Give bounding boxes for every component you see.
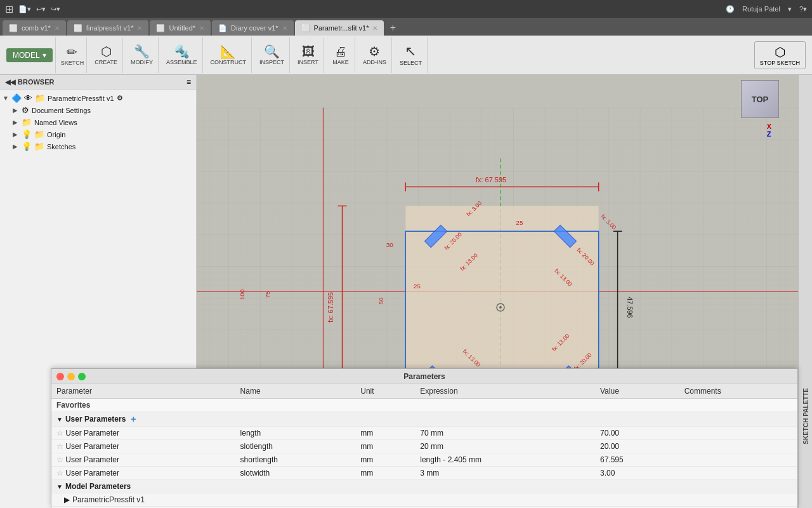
add-tab-btn[interactable]: + [385, 20, 400, 36]
param-name-shortlength: shortlength [235, 453, 356, 467]
construct-icon: 📐 [220, 45, 236, 58]
insert-btn[interactable]: 🖼 INSERT [295, 44, 321, 67]
param-row-shortlength[interactable]: ☆ User Parameter shortlength mm length -… [51, 453, 797, 467]
param-expr-slotlength[interactable]: 20 mm [415, 440, 595, 453]
svg-text:fx: 13.00: fx: 13.00 [459, 252, 478, 272]
model-param-row-pressfit[interactable]: ▶ ParametricPressfit v1 [51, 493, 797, 507]
x-axis-label: X [767, 123, 771, 130]
favorites-row: Favorites [51, 399, 797, 412]
tree-named-views[interactable]: ▶ 📁 Named Views [0, 116, 196, 128]
param-row-length[interactable]: ☆ User Parameter length mm 70 mm 70.00 [51, 427, 797, 440]
pressfit-label: ParametricPressfit v1 [72, 495, 145, 504]
orientation-cube[interactable]: TOP [741, 80, 779, 118]
param-comment-slotlength [679, 440, 797, 453]
tab-diary[interactable]: 📄 Diary cover v1* ✕ [212, 20, 294, 36]
svg-text:47.596: 47.596 [626, 297, 634, 318]
addins-btn[interactable]: ⚙ ADD-INS [360, 44, 389, 67]
select-btn[interactable]: ↖ SELECT [397, 43, 424, 67]
construct-label: CONSTRUCT [211, 59, 247, 65]
param-expr-slotwidth[interactable]: 3 mm [415, 467, 595, 480]
tab-label: finalpressfit v1* [86, 24, 134, 32]
inspect-btn[interactable]: 🔍 INSPECT [257, 44, 287, 67]
modify-group: 🔧 MODIFY [126, 37, 159, 73]
tabs-bar: ⬜ comb v1* ✕ ⬜ finalpressfit v1* ✕ ⬜ Unt… [0, 18, 812, 36]
user-params-section[interactable]: ▼ User Parameters + [51, 412, 797, 427]
params-maximize-btn[interactable] [78, 373, 86, 380]
tab-parametric[interactable]: ⬜ Parametr...sfit v1* ✕ [295, 20, 384, 36]
tab-comb[interactable]: ⬜ comb v1* ✕ [3, 20, 66, 36]
sketch-btn[interactable]: ✏ [61, 44, 84, 60]
params-title: Parameters [403, 372, 445, 381]
pressfit-arrow: ▶ [64, 495, 70, 504]
stop-sketch-btn[interactable]: ⬡ STOP SKETCH [754, 41, 806, 69]
user-dropdown-icon[interactable]: ▾ [788, 5, 792, 13]
add-param-btn[interactable]: + [128, 414, 138, 424]
tab-icon: ⬜ [156, 24, 165, 32]
model-label: MODEL [13, 51, 40, 60]
col-name: Name [235, 384, 356, 399]
stop-sketch-icon: ⬡ [775, 44, 785, 60]
assemble-btn[interactable]: 🔩 ASSEMBLE [164, 44, 200, 67]
browser-collapse-icon[interactable]: ◀◀ [5, 78, 15, 86]
param-val-slotwidth: 3.00 [595, 467, 679, 480]
app-grid-icon[interactable]: ⊞ [5, 3, 13, 15]
model-params-title: Model Parameters [65, 482, 131, 491]
browser-title: ◀◀ BROWSER [5, 78, 54, 86]
svg-point-24 [499, 306, 502, 309]
model-params-label: ▼ Model Parameters [51, 480, 797, 493]
named-views-folder-icon: 📁 [22, 117, 32, 127]
root-settings-icon[interactable]: ⚙ [117, 94, 123, 102]
user-name[interactable]: Rutuja Patel [742, 5, 780, 13]
create-btn[interactable]: ⬡ CREATE [92, 44, 120, 67]
param-expr-length[interactable]: 70 mm [415, 427, 595, 440]
tree-root[interactable]: ▼ 🔷 👁 📁 ParametricPressfit v1 ⚙ [0, 92, 196, 104]
undo-btn[interactable]: ↩▾ [36, 5, 46, 13]
model-params-section[interactable]: ▼ Model Parameters [51, 480, 797, 493]
star-slotlength[interactable]: ☆ [56, 442, 63, 451]
model-dropdown-icon: ▾ [43, 51, 46, 60]
make-btn[interactable]: 🖨 MAKE [329, 44, 352, 67]
sketch-icon: ✏ [67, 46, 77, 58]
browser-options-icon[interactable]: ≡ [187, 77, 191, 86]
svg-text:fx: 13.00: fx: 13.00 [553, 267, 573, 287]
stop-sketch-label: STOP SKETCH [760, 60, 800, 66]
param-row-slotwidth[interactable]: ☆ User Parameter slotwidth mm 3 mm 3.00 [51, 467, 797, 480]
star-slotwidth[interactable]: ☆ [56, 469, 63, 478]
root-icon: 🔷 [11, 93, 22, 103]
svg-text:fx: 3.00: fx: 3.00 [599, 213, 617, 231]
file-menu[interactable]: 📄▾ [18, 5, 31, 13]
param-name-slotwidth: slotwidth [235, 467, 356, 480]
tab-untitled[interactable]: ⬜ Untitled* ✕ [150, 20, 211, 36]
star-length[interactable]: ☆ [56, 429, 63, 438]
user-params-title: User Parameters [65, 415, 126, 424]
right-panel: SKETCH PALETTE [798, 75, 812, 508]
modify-btn[interactable]: 🔧 MODIFY [128, 44, 155, 67]
construct-btn[interactable]: 📐 CONSTRUCT [208, 44, 249, 67]
param-expr-shortlength[interactable]: length - 2.405 mm [415, 453, 595, 467]
help-icon[interactable]: ?▾ [799, 5, 807, 13]
named-views-arrow: ▶ [13, 119, 22, 126]
tree-sketches[interactable]: ▶ 💡 📁 Sketches [0, 140, 196, 152]
tab-close-finalpressfit[interactable]: ✕ [137, 25, 142, 32]
window-buttons [56, 373, 86, 380]
tab-label: Diary cover v1* [231, 24, 278, 32]
tab-close-comb[interactable]: ✕ [55, 25, 60, 32]
tab-close-parametric[interactable]: ✕ [372, 25, 377, 32]
model-btn[interactable]: MODEL ▾ [6, 48, 53, 62]
tree-doc-settings[interactable]: ▶ ⚙ Document Settings [0, 104, 196, 116]
insert-label: INSERT [298, 59, 318, 65]
tab-close-diary[interactable]: ✕ [282, 25, 287, 32]
root-vis-icon: 👁 [24, 93, 32, 103]
redo-btn[interactable]: ↪▾ [51, 5, 60, 13]
col-comments: Comments [679, 384, 797, 399]
star-shortlength[interactable]: ☆ [56, 455, 63, 464]
model-params-arrow: ▼ [56, 483, 63, 490]
tab-close-untitled[interactable]: ✕ [199, 25, 204, 32]
tree-origin[interactable]: ▶ 💡 📁 Origin [0, 128, 196, 140]
svg-text:fx: 20.00: fx: 20.00 [443, 231, 463, 251]
param-row-slotlength[interactable]: ☆ User Parameter slotlength mm 20 mm 20.… [51, 440, 797, 453]
svg-text:fx: 13.00: fx: 13.00 [551, 333, 570, 352]
params-minimize-btn[interactable] [67, 373, 75, 380]
tab-finalpressfit[interactable]: ⬜ finalpressfit v1* ✕ [67, 20, 149, 36]
params-close-btn[interactable] [56, 373, 64, 380]
